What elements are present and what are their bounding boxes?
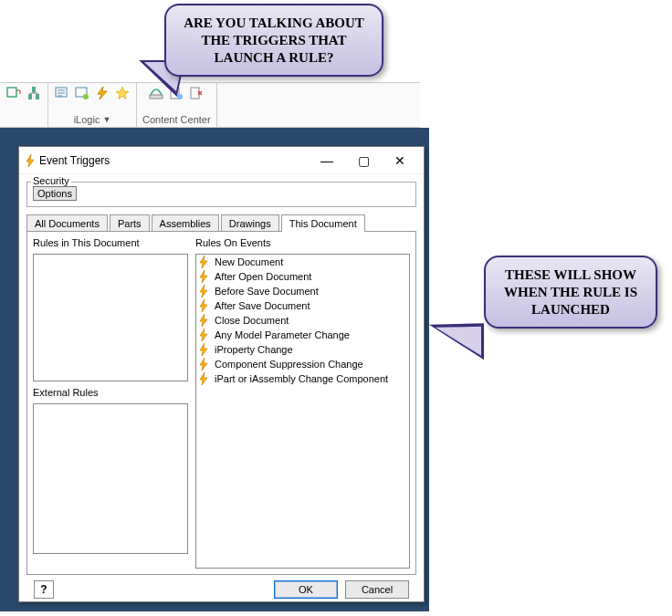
help-button[interactable]: ? <box>34 580 54 599</box>
event-item[interactable]: After Open Document <box>196 269 409 284</box>
external-rules-label: External Rules <box>33 387 188 398</box>
dialog-title-icon <box>25 154 36 167</box>
callout-right: THESE WILL SHOW WHEN THE RULE IS LAUNCHE… <box>484 256 657 329</box>
tab-assemblies[interactable]: Assemblies <box>152 214 219 232</box>
security-legend: Security <box>31 175 71 186</box>
lightning-icon <box>198 314 209 327</box>
ribbon-group-misc <box>0 83 48 127</box>
options-button[interactable]: Options <box>33 186 77 201</box>
ok-button[interactable]: OK <box>274 580 338 599</box>
tab-drawings[interactable]: Drawings <box>221 214 279 232</box>
callout-top: ARE YOU TALKING ABOUT THE TRIGGERS THAT … <box>164 4 383 77</box>
svg-rect-3 <box>36 94 39 99</box>
dialog-titlebar[interactable]: Event Triggers — ▢ ✕ <box>19 147 424 174</box>
cc-icon-3[interactable] <box>188 85 205 101</box>
svg-point-6 <box>83 94 89 99</box>
event-triggers-dialog: Event Triggers — ▢ ✕ Security Options Al… <box>18 146 425 602</box>
ribbon-group-ilogic-label[interactable]: iLogic ▼ <box>74 114 111 125</box>
event-label: After Open Document <box>215 271 311 282</box>
event-item[interactable]: After Save Document <box>196 298 409 313</box>
lightning-icon <box>198 343 209 356</box>
tab-all-documents[interactable]: All Documents <box>26 214 108 232</box>
event-label: iProperty Change <box>215 344 293 355</box>
event-triggers-icon[interactable] <box>94 85 110 101</box>
close-button[interactable]: ✕ <box>382 148 418 173</box>
svg-rect-10 <box>191 88 199 99</box>
tab-content: Rules in This Document External Rules Ru… <box>26 231 416 575</box>
event-item[interactable]: Close Document <box>196 313 409 328</box>
rules-on-events-label: Rules On Events <box>195 237 410 248</box>
event-item[interactable]: New Document <box>196 255 409 269</box>
ilogic-icon-4[interactable] <box>114 85 131 101</box>
dialog-title: Event Triggers <box>39 154 110 167</box>
ilogic-icon-2[interactable] <box>74 85 90 101</box>
dialog-tabs: All Documents Parts Assemblies Drawings … <box>26 214 416 232</box>
external-rules-list[interactable] <box>33 403 188 554</box>
rules-in-doc-list[interactable] <box>33 254 188 381</box>
lightning-icon <box>198 329 209 341</box>
lightning-icon <box>198 372 209 385</box>
event-label: Any Model Parameter Change <box>215 329 350 340</box>
lightning-icon <box>198 285 209 298</box>
lightning-icon <box>198 256 209 268</box>
ribbon-group-ilogic: iLogic ▼ <box>48 83 137 127</box>
event-label: Close Document <box>215 315 289 326</box>
security-fieldset: Security Options <box>26 182 416 207</box>
tab-parts[interactable]: Parts <box>110 214 150 232</box>
rules-in-doc-label: Rules in This Document <box>33 237 188 248</box>
ribbon-toolbar: iLogic ▼ Content Center <box>0 82 420 128</box>
event-item[interactable]: iProperty Change <box>196 342 409 357</box>
svg-rect-2 <box>28 94 32 99</box>
event-item[interactable]: Component Suppression Change <box>196 357 409 371</box>
ribbon-group-misc-label <box>22 114 25 125</box>
event-label: Before Save Document <box>215 286 319 297</box>
ribbon-group-cc-label: Content Center <box>142 114 211 125</box>
event-label: New Document <box>215 256 283 267</box>
callout-tail-right <box>429 316 484 360</box>
dialog-footer: ? OK Cancel <box>26 575 416 606</box>
tab-this-document[interactable]: This Document <box>281 214 365 232</box>
event-label: iPart or iAssembly Change Component <box>215 373 388 384</box>
event-label: After Save Document <box>215 300 310 311</box>
event-item[interactable]: Before Save Document <box>196 284 409 298</box>
lightning-icon <box>198 299 209 312</box>
maximize-button[interactable]: ▢ <box>345 148 382 173</box>
lightning-icon <box>198 358 209 371</box>
ribbon-icon-2[interactable] <box>26 85 42 101</box>
cancel-button[interactable]: Cancel <box>345 580 409 599</box>
svg-rect-0 <box>7 88 16 97</box>
event-label: Component Suppression Change <box>215 359 363 370</box>
event-item[interactable]: iPart or iAssembly Change Component <box>196 371 409 386</box>
svg-rect-1 <box>32 87 36 92</box>
minimize-button[interactable]: — <box>309 148 345 173</box>
ilogic-icon-1[interactable] <box>54 85 70 101</box>
event-item[interactable]: Any Model Parameter Change <box>196 328 409 342</box>
svg-point-9 <box>177 94 183 99</box>
rules-on-events-list[interactable]: New DocumentAfter Open DocumentBefore Sa… <box>195 254 410 569</box>
lightning-icon <box>198 270 209 283</box>
ribbon-icon-1[interactable] <box>5 85 22 101</box>
